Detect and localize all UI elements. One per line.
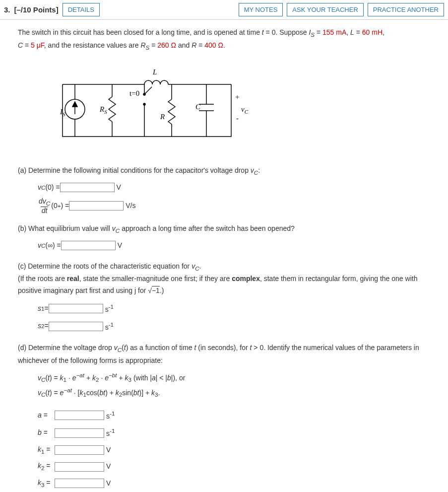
part-a: (a) Determine the following initial cond… (18, 165, 430, 214)
part-b: (b) What equilibrium value will vC appro… (18, 223, 430, 251)
s2-input[interactable] (49, 322, 103, 331)
b-input[interactable] (55, 428, 104, 438)
svg-text:RS: RS (99, 105, 107, 115)
question-header: 3. [–/10 Points] DETAILS MY NOTES ASK YO… (0, 0, 448, 20)
vc0-input[interactable] (60, 183, 115, 192)
unit-sinv: s-1 (105, 320, 114, 333)
svg-text:+: + (235, 93, 239, 101)
svg-marker-4 (72, 102, 77, 107)
unit-vs: V/s (126, 200, 135, 212)
question-number: 3. (4, 5, 10, 14)
k3-row: k3 = V (38, 477, 430, 490)
vc0-row: vC(0) = V (38, 182, 430, 194)
part-d: (d) Determine the voltage drop vC(t) as … (18, 342, 430, 490)
k2-input[interactable] (55, 462, 104, 472)
unit-v: V (117, 182, 121, 194)
unit-sinv: s-1 (106, 409, 115, 422)
vcinf-row: vC(∞) = V (38, 240, 430, 252)
askteacher-button[interactable]: ASK YOUR TEACHER (287, 3, 363, 16)
mynotes-button[interactable]: MY NOTES (239, 3, 283, 16)
problem-content: The switch in this circuit has been clos… (0, 20, 448, 492)
details-button[interactable]: DETAILS (63, 3, 100, 16)
unit-v: V (118, 240, 122, 252)
problem-statement: The switch in this circuit has been clos… (18, 27, 430, 52)
svg-text:L: L (152, 68, 157, 76)
unit-v: V (106, 478, 111, 490)
unit-v: V (106, 461, 111, 473)
k1-row: k1 = V (38, 444, 430, 457)
part-c: (c) Determine the roots of the character… (18, 261, 430, 333)
unit-v: V (106, 444, 111, 456)
svg-text:C: C (195, 103, 201, 111)
dvcdt-input[interactable] (69, 201, 124, 211)
unit-sinv: s-1 (105, 302, 114, 315)
svg-text:-: - (236, 114, 239, 122)
s1-row: s1 = s-1 (38, 302, 430, 315)
s2-row: s2 = s-1 (38, 320, 430, 333)
circuit-diagram: IS RS L t=0 R C + - vC (58, 57, 430, 153)
svg-text:vC: vC (241, 105, 249, 115)
k3-input[interactable] (55, 479, 104, 488)
unit-sinv: s-1 (106, 426, 115, 439)
svg-text:t=0: t=0 (129, 89, 139, 97)
svg-line-8 (144, 87, 152, 94)
svg-point-9 (143, 93, 145, 95)
b-row: b = s-1 (38, 426, 430, 439)
vcinf-input[interactable] (61, 241, 116, 250)
dvcdt-row: dvCdt (0+) = V/s (38, 198, 430, 214)
svg-text:R: R (160, 113, 165, 121)
s1-input[interactable] (49, 304, 103, 313)
a-input[interactable] (55, 411, 104, 420)
a-row: a = s-1 (38, 409, 430, 422)
k2-row: k2 = V (38, 460, 430, 473)
points: [–/10 Points] (14, 5, 59, 14)
k1-input[interactable] (55, 445, 104, 455)
practice-button[interactable]: PRACTICE ANOTHER (368, 3, 444, 16)
